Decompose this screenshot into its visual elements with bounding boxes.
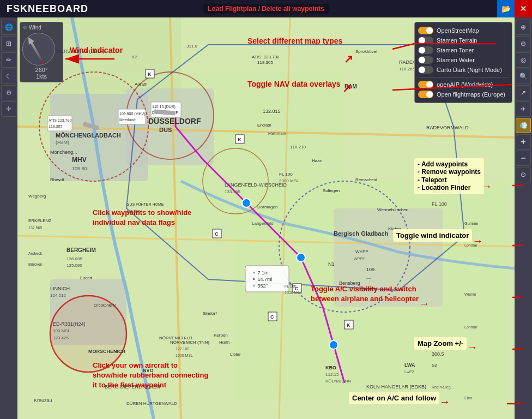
svg-text:ATIS 123.780: ATIS 123.780 xyxy=(49,118,71,122)
sidebar-add-waypoint-btn[interactable]: ⊕ xyxy=(516,20,531,35)
left-sidebar: 🌐 ⊞ ✏ ☾ ⚙ ✛ xyxy=(0,17,17,419)
svg-text:Bensberg: Bensberg xyxy=(339,280,360,286)
layer-water[interactable]: Stamen Water xyxy=(418,55,509,65)
wind-speed: 1kts xyxy=(22,73,61,80)
layer-terrain[interactable]: Stamen Terrain xyxy=(418,35,509,45)
toggle-toner[interactable] xyxy=(418,46,433,54)
svg-text:DÜREN HÜRTGENWALD: DÜREN HÜRTGENWALD xyxy=(126,401,177,406)
sidebar-plane-btn[interactable]: ✈ xyxy=(516,101,531,117)
layer-openflightmaps-label: Open flightmaps (Europe) xyxy=(437,91,505,98)
sidebar-location-btn[interactable]: ◎ xyxy=(516,52,531,68)
svg-text:118.265: 118.265 xyxy=(399,67,415,71)
svg-text:(FBM): (FBM) xyxy=(56,140,69,145)
svg-text:300 MSL: 300 MSL xyxy=(53,328,71,333)
sidebar-gear-btn[interactable]: ⚙ xyxy=(1,85,16,100)
app-title: FSKNEEBOARD xyxy=(0,3,95,15)
sidebar-share-btn[interactable]: ↗ xyxy=(516,85,531,100)
toggle-osm[interactable] xyxy=(418,27,433,34)
svg-text:FL 100: FL 100 xyxy=(285,284,297,288)
svg-text:⚬ 14.7mi: ⚬ 14.7mi xyxy=(252,277,273,282)
load-flightplan-label: Load Flightplan / Delete all waypoints xyxy=(203,4,329,14)
svg-text:MORSCHENICH: MORSCHENICH xyxy=(88,349,125,354)
load-flightplan-button[interactable]: 📂 xyxy=(497,0,515,17)
wind-data: 260° 1kts xyxy=(22,67,61,80)
svg-text:S2: S2 xyxy=(432,363,437,368)
sidebar-search-btn[interactable]: 🔍 xyxy=(516,69,531,84)
toggle-openflightmaps[interactable] xyxy=(418,91,433,98)
svg-text:109.: 109. xyxy=(366,267,376,272)
layer-openaip[interactable]: openAIP (Worldwide) xyxy=(418,80,509,89)
svg-text:C: C xyxy=(215,231,219,237)
sidebar-zoom-minus-btn[interactable]: − xyxy=(516,151,531,166)
svg-text:Circokohle N: Circokohle N xyxy=(94,303,116,307)
layer-carto[interactable]: Carto Dark (Night Mode) xyxy=(418,65,509,75)
layer-terrain-label: Stamen Terrain xyxy=(437,37,477,44)
svg-text:GUS FÜHTER HOME: GUS FÜHTER HOME xyxy=(126,202,164,206)
wind-header: ⟲ Wind xyxy=(22,25,61,31)
svg-text:WPPE: WPPE xyxy=(354,257,365,261)
svg-text:Gumme: Gumme xyxy=(464,222,478,225)
svg-text:Eitor: Eitor xyxy=(464,396,473,400)
toggle-toner-knob xyxy=(419,47,425,53)
sidebar-zoom-plus-btn[interactable]: + xyxy=(516,134,531,149)
toggle-openaip[interactable] xyxy=(418,81,433,88)
svg-text:BAM: BAM xyxy=(344,83,357,89)
svg-text:LwE2: LwE2 xyxy=(404,370,414,374)
svg-text:Lüttringen: Lüttringen xyxy=(464,167,481,171)
svg-text:FL 100: FL 100 xyxy=(432,201,447,207)
svg-text:124.512: 124.512 xyxy=(50,293,66,298)
svg-text:K: K xyxy=(347,322,350,328)
svg-text:2000 MSL: 2000 MSL xyxy=(279,178,299,183)
svg-text:135.090: 135.090 xyxy=(66,263,82,268)
sidebar-night-btn[interactable]: ☾ xyxy=(1,69,16,84)
svg-text:Rhein-Sieg...: Rhein-Sieg... xyxy=(432,385,454,390)
svg-text:K: K xyxy=(148,71,152,77)
svg-text:133.165: 133.165 xyxy=(225,189,240,194)
sidebar-move-btn[interactable]: ✛ xyxy=(1,101,16,117)
svg-text:1500 MSL: 1500 MSL xyxy=(176,354,193,357)
sidebar-center-btn[interactable]: ⊙ xyxy=(516,167,531,182)
sidebar-remove-waypoint-btn[interactable]: ⊖ xyxy=(516,36,531,51)
svg-text:Sindorf: Sindorf xyxy=(203,311,217,316)
svg-text:ED-R331(H24): ED-R331(H24) xyxy=(53,321,86,327)
svg-text:136.085: 136.085 xyxy=(66,256,82,261)
svg-text:ATIS: 123.780: ATIS: 123.780 xyxy=(252,55,280,59)
svg-text:NVO: NVO xyxy=(143,368,154,373)
svg-text:Sprokhövel: Sprokhövel xyxy=(355,49,377,54)
svg-text:ERKELENZ: ERKELENZ xyxy=(28,218,51,223)
svg-text:C: C xyxy=(270,314,274,320)
layer-openflightmaps[interactable]: Open flightmaps (Europe) xyxy=(418,89,509,99)
toggle-carto[interactable] xyxy=(418,66,433,74)
close-button[interactable]: ✕ xyxy=(515,0,532,17)
svg-text:Solingen: Solingen xyxy=(323,188,340,193)
wind-arrow xyxy=(29,40,42,61)
svg-text:Mettmann: Mettmann xyxy=(268,131,288,136)
svg-text:BERGHEIM: BERGHEIM xyxy=(66,247,96,253)
wind-degrees: 260° xyxy=(22,67,61,73)
sidebar-layers-btn[interactable]: ⊞ xyxy=(1,36,16,51)
svg-text:Arsbeck: Arsbeck xyxy=(28,252,43,255)
svg-text:LINNICH: LINNICH xyxy=(50,286,70,291)
svg-point-21 xyxy=(329,340,338,349)
wind-compass xyxy=(22,33,55,65)
sidebar-globe-btn[interactable]: 🌐 xyxy=(1,20,16,35)
svg-text:Erkrath: Erkrath xyxy=(257,123,271,128)
sidebar-wind-toggle-btn[interactable]: 💨 xyxy=(516,118,531,133)
svg-text:⚬ 7.1mi: ⚬ 7.1mi xyxy=(252,270,270,276)
wind-label: Wind xyxy=(29,25,41,31)
layer-carto-label: Carto Dark (Night Mode) xyxy=(437,67,502,73)
svg-text:FL 100: FL 100 xyxy=(279,172,293,177)
svg-text:118.305: 118.305 xyxy=(49,124,62,128)
svg-text:DÜSSELDORF: DÜSSELDORF xyxy=(148,117,201,125)
svg-text:112.15: 112.15 xyxy=(325,372,339,377)
svg-text:300.5: 300.5 xyxy=(432,351,444,357)
svg-text:MHV: MHV xyxy=(72,156,87,164)
svg-text:Anrath: Anrath xyxy=(135,82,148,87)
layer-osm[interactable]: OpenStreetMap xyxy=(418,26,509,35)
svg-text:Hürth: Hürth xyxy=(219,340,230,345)
sidebar-edit-btn[interactable]: ✏ xyxy=(1,52,16,68)
svg-text:Kerpen: Kerpen xyxy=(214,333,228,338)
layer-toner[interactable]: Stamen Toner xyxy=(418,45,509,55)
toggle-terrain[interactable] xyxy=(418,37,433,44)
toggle-water[interactable] xyxy=(418,56,433,64)
